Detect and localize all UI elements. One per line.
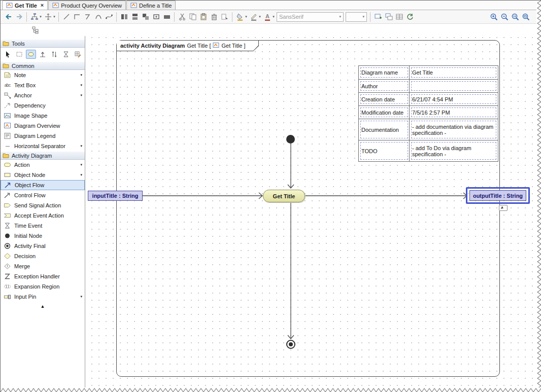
close-icon[interactable]: ×: [41, 3, 44, 8]
sticky-mode-button[interactable]: [26, 50, 36, 59]
copy-button[interactable]: [187, 12, 198, 22]
select-shapes-tool-button[interactable]: [14, 50, 24, 59]
cut-button[interactable]: [177, 12, 187, 22]
palette-item-dependency[interactable]: Dependency: [1, 100, 85, 111]
add-diagram-overview-button[interactable]: [383, 12, 394, 22]
palette-item-diagram-overview[interactable]: Diagram Overview: [1, 121, 85, 131]
activity-frame-header[interactable]: activity Activity Diagram Get Title [ Ge…: [117, 41, 259, 51]
paste-button[interactable]: [198, 12, 209, 22]
back-button[interactable]: [3, 12, 14, 22]
pointer-tool-button[interactable]: [3, 50, 13, 59]
spline-path-button[interactable]: [104, 12, 114, 22]
table-key-cell[interactable]: Diagram name: [359, 66, 410, 79]
chevron-down-icon[interactable]: ▾: [39, 15, 43, 19]
make-same-width-button[interactable]: [129, 12, 140, 22]
curved-path-button[interactable]: [93, 12, 104, 22]
zoom-1-1-button[interactable]: [510, 12, 521, 22]
tab-define-a-title[interactable]: Define a Title: [126, 1, 176, 10]
tab-product-query-overview[interactable]: Product Query Overview: [48, 1, 126, 10]
palette-item-image-shape[interactable]: Image Shape: [1, 111, 85, 121]
quick-layout-button[interactable]: [43, 12, 53, 22]
palette-item-activity-final[interactable]: Activity Final: [1, 241, 85, 251]
object-node-input-title[interactable]: inputTitle : String: [88, 191, 143, 201]
align-tool-button[interactable]: [38, 50, 48, 59]
tab-get-title[interactable]: Get Title ×: [2, 1, 48, 10]
palette-item-input-pin[interactable]: Input Pin ▾: [1, 292, 85, 302]
make-same-height-button[interactable]: [119, 12, 129, 22]
timer-tool-button[interactable]: [61, 50, 71, 59]
chevron-down-icon[interactable]: ▾: [80, 73, 82, 77]
palette-item-expansion-region[interactable]: Expansion Region: [1, 281, 85, 292]
distribute-tool-button[interactable]: [49, 50, 59, 59]
palette-item-send-signal-action[interactable]: Send Signal Action: [1, 200, 85, 210]
chevron-down-icon[interactable]: ▾: [80, 83, 82, 87]
diagram-info-table[interactable]: Diagram name Get Title Author Creation d…: [358, 65, 498, 162]
chevron-down-icon[interactable]: ▾: [258, 15, 262, 19]
table-key-cell[interactable]: Creation date: [359, 93, 410, 105]
palette-section-activity-diagram[interactable]: Activity Diagram: [1, 151, 85, 160]
delete-button[interactable]: [209, 12, 219, 22]
activity-final-node[interactable]: [286, 340, 295, 349]
chevron-down-icon[interactable]: ▾: [80, 93, 82, 97]
palette-item-exception-handler[interactable]: Exception Handler: [1, 271, 85, 281]
palette-item-time-event[interactable]: Time Event: [1, 221, 85, 231]
table-key-cell[interactable]: Documentation: [359, 119, 410, 140]
chevron-down-icon[interactable]: ▾: [52, 15, 56, 19]
table-value-cell[interactable]: 7/5/16 2:57 PM: [410, 106, 498, 119]
paste-with-format-button[interactable]: [219, 12, 230, 22]
rectilinear-path-button[interactable]: [72, 12, 82, 22]
font-name-combobox[interactable]: SansSerif ▾: [277, 12, 344, 22]
line-color-button[interactable]: [248, 12, 259, 22]
chevron-down-icon[interactable]: ▾: [80, 173, 82, 177]
zoom-fit-button[interactable]: [521, 12, 531, 22]
zoom-out-button[interactable]: [499, 12, 510, 22]
palette-item-text-box[interactable]: abc Text Box ▾: [1, 80, 85, 90]
initial-node[interactable]: [286, 135, 295, 144]
bent-path-button[interactable]: [82, 12, 93, 22]
layout-diagram-button[interactable]: [29, 12, 40, 22]
table-value-cell[interactable]: [410, 80, 498, 92]
chevron-down-icon[interactable]: ▾: [244, 15, 248, 19]
refresh-button[interactable]: [404, 12, 415, 22]
palette-item-accept-event-action[interactable]: Accept Event Action: [1, 210, 85, 221]
palette-item-object-node[interactable]: Object Node ▾: [1, 170, 85, 180]
reset-size-button[interactable]: [161, 12, 172, 22]
diagram-table-button[interactable]: [394, 12, 404, 22]
palette-item-diagram-legend[interactable]: Diagram Legend: [1, 131, 85, 141]
object-node-output-title[interactable]: outputTitle : String: [469, 190, 526, 201]
table-value-cell[interactable]: Get Title: [410, 66, 498, 79]
palette-section-tools[interactable]: Tools: [1, 39, 85, 48]
action-node-get-title[interactable]: Get Title: [263, 190, 305, 202]
palette-item-action[interactable]: Action ▾: [1, 160, 85, 170]
table-key-cell[interactable]: Author: [359, 80, 410, 92]
table-value-cell[interactable]: - add To Do via diagram specification -: [410, 140, 498, 161]
diagram-canvas[interactable]: activity Activity Diagram Get Title [ Ge…: [85, 36, 541, 392]
font-color-button[interactable]: A: [262, 12, 273, 22]
table-value-cell[interactable]: - add documentation via diagram specific…: [410, 119, 498, 140]
add-diagram-button[interactable]: [373, 12, 383, 22]
table-value-cell[interactable]: 6/21/07 4:54 PM: [410, 93, 498, 105]
palette-item-initial-node[interactable]: Initial Node: [1, 231, 85, 241]
grid-edit-tool-button[interactable]: [73, 50, 83, 59]
palette-item-decision[interactable]: Decision: [1, 251, 85, 261]
make-same-size-button[interactable]: [140, 12, 151, 22]
zoom-in-button[interactable]: [489, 12, 499, 22]
palette-item-horizontal-separator[interactable]: ---- Horizontal Separator ▾: [1, 141, 85, 151]
palette-item-merge[interactable]: Merge: [1, 261, 85, 271]
table-key-cell[interactable]: TODO: [359, 140, 410, 161]
chevron-down-icon[interactable]: ▾: [80, 163, 82, 167]
palette-scroll-up-button[interactable]: ▲: [1, 302, 85, 309]
chevron-down-icon[interactable]: ▾: [80, 144, 82, 148]
forward-button[interactable]: [14, 12, 24, 22]
font-size-combobox[interactable]: ▾: [346, 12, 367, 22]
autosize-button[interactable]: [151, 12, 161, 22]
oblique-path-button[interactable]: [61, 12, 72, 22]
palette-section-common[interactable]: Common: [1, 61, 85, 70]
fill-color-button[interactable]: [234, 12, 245, 22]
palette-item-note[interactable]: Note ▾: [1, 70, 85, 80]
palette-item-anchor[interactable]: Anchor ▾: [1, 90, 85, 100]
chevron-down-icon[interactable]: ▾: [272, 15, 276, 19]
table-key-cell[interactable]: Modification date: [359, 106, 410, 119]
containment-tree-button[interactable]: [30, 25, 41, 35]
palette-item-control-flow[interactable]: Control Flow: [1, 190, 85, 200]
